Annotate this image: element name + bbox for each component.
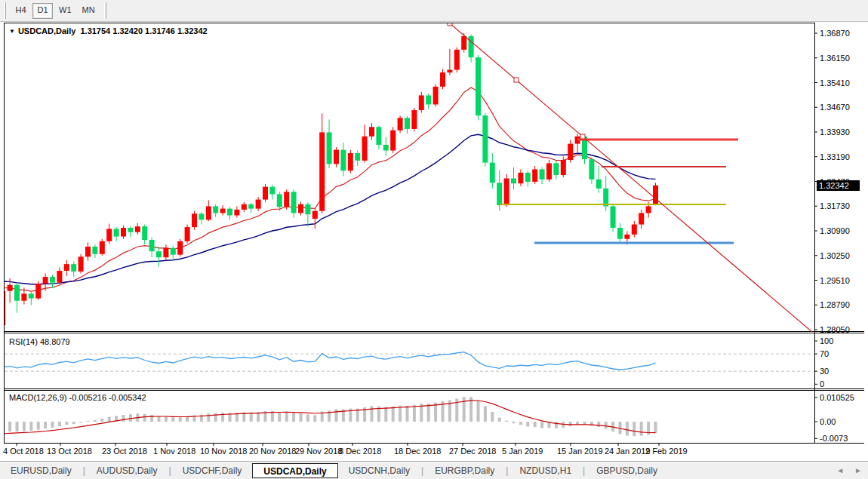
- macd-histogram-bar: [463, 397, 466, 422]
- date-axis-label: 8 Dec 2018: [339, 447, 381, 456]
- candle-body: [561, 160, 566, 175]
- macd-histogram-bar: [72, 422, 75, 424]
- candle-body: [461, 36, 466, 50]
- candle-body: [135, 226, 140, 232]
- macd-histogram-bar: [512, 422, 516, 423]
- chart-tab-usdcnh[interactable]: USDCNH,Daily: [338, 463, 420, 478]
- candle-body: [248, 204, 254, 209]
- macd-histogram-bar: [158, 416, 161, 422]
- date-axis-label: 2 Feb 2019: [645, 447, 688, 456]
- macd-histogram-bar: [65, 422, 68, 425]
- rsi-panel[interactable]: [3, 352, 814, 371]
- macd-histogram-bar: [94, 420, 97, 422]
- price-axis-label: 1.36150: [820, 54, 850, 63]
- macd-histogram-bar: [427, 404, 430, 422]
- tab-scroll-right-icon[interactable]: ►: [854, 466, 862, 474]
- candle-body: [639, 213, 644, 224]
- price-axis-label: 1.28050: [820, 325, 850, 334]
- macd-histogram-bar: [16, 422, 19, 431]
- candle-body: [340, 150, 346, 171]
- mt4-terminal: H4D1W1MN ▼USDCAD,Daily 1.31754 1.32420 1…: [0, 0, 868, 479]
- trendline-handle[interactable]: [448, 21, 452, 26]
- candle-body: [85, 247, 91, 256]
- candle-body: [334, 150, 339, 164]
- candle-body: [8, 285, 13, 291]
- macd-axis-label: 0.010525: [820, 393, 854, 402]
- price-axis-label: 1.29510: [820, 276, 850, 285]
- macd-histogram-bar: [633, 422, 636, 436]
- chart-tab-gbpusd[interactable]: GBPUSD,Daily: [586, 463, 668, 478]
- candle-body: [355, 153, 360, 161]
- rsi-axis-label: 100: [820, 336, 833, 345]
- candle-body: [114, 229, 119, 236]
- candle-body: [269, 187, 275, 195]
- candle-body: [504, 178, 509, 205]
- macd-histogram-bar: [335, 409, 338, 422]
- date-axis-label: 27 Dec 2018: [449, 447, 496, 456]
- candle-body: [440, 72, 445, 87]
- chart-tab-audusd[interactable]: AUDUSD,Daily: [86, 463, 168, 478]
- macd-histogram-bar: [605, 422, 608, 429]
- candle-body: [0, 291, 5, 325]
- chart-tab-eurusd[interactable]: EURUSD,Daily: [0, 463, 82, 478]
- macd-histogram-bar: [399, 406, 402, 422]
- candle-body: [106, 229, 112, 241]
- macd-histogram-bar: [87, 421, 90, 422]
- macd-histogram-bar: [171, 417, 174, 422]
- candle-body: [568, 144, 573, 160]
- candle-body: [482, 115, 488, 162]
- candle-body: [298, 204, 303, 213]
- macd-histogram-bar: [392, 407, 395, 422]
- candle-body: [611, 206, 616, 228]
- macd-histogram-bar: [51, 422, 54, 428]
- chart-tab-usdcad[interactable]: USDCAD,Daily: [252, 463, 337, 478]
- chart-tab-eurgbp[interactable]: EURGBP,Daily: [424, 463, 505, 478]
- date-axis-label: 29 Nov 2018: [295, 447, 342, 456]
- candle-body: [64, 264, 69, 271]
- date-axis-label: 13 Oct 2018: [47, 447, 92, 456]
- candle-body: [646, 206, 651, 213]
- candle-body: [227, 209, 232, 216]
- macd-panel[interactable]: [2, 397, 657, 436]
- candle-body: [596, 180, 602, 189]
- rsi-line: [3, 352, 656, 370]
- macd-histogram-bar: [406, 406, 409, 422]
- candle-body: [206, 206, 211, 220]
- macd-histogram-bar: [8, 422, 11, 431]
- candle-body: [348, 153, 353, 170]
- chart-title: ▼USDCAD,Daily 1.31754 1.32420 1.31746 1.…: [9, 26, 208, 35]
- candle-body: [447, 70, 452, 73]
- symbol-dropdown-icon[interactable]: ▼: [9, 28, 15, 35]
- macd-histogram-bar: [179, 417, 182, 422]
- candle-body: [71, 264, 76, 272]
- candle-body: [305, 204, 310, 214]
- macd-histogram-bar: [79, 422, 82, 422]
- candle-body: [14, 285, 20, 301]
- price-panel[interactable]: [0, 21, 823, 341]
- macd-histogram-bar: [484, 406, 487, 422]
- tab-scroll-left-icon[interactable]: ◄: [836, 466, 844, 474]
- trendline-handle[interactable]: [580, 134, 585, 139]
- macd-histogram-bar: [534, 422, 537, 427]
- candle-body: [383, 145, 389, 151]
- trendline-handle[interactable]: [514, 78, 519, 82]
- candle-body: [142, 226, 147, 240]
- candle-body: [553, 163, 559, 175]
- macd-histogram-bar: [150, 415, 153, 422]
- macd-histogram-bar: [654, 422, 657, 433]
- candle-body: [369, 127, 374, 136]
- candle-body: [149, 240, 155, 251]
- candle-body: [29, 293, 34, 298]
- candle-body: [277, 194, 282, 207]
- rsi-indicator-label: RSI(14) 48.8079: [9, 337, 70, 346]
- main-chart-canvas[interactable]: [0, 0, 868, 479]
- macd-histogram-bar: [477, 401, 480, 422]
- macd-histogram-bar: [597, 422, 600, 427]
- chart-tab-nzdusd[interactable]: NZDUSD,H1: [509, 463, 582, 478]
- chart-tab-usdchf[interactable]: USDCHF,Daily: [172, 463, 253, 478]
- chart-ohlc-values: 1.31754 1.32420 1.31746 1.32342: [80, 26, 207, 35]
- candle-body: [213, 206, 218, 213]
- macd-histogram-bar: [278, 412, 281, 422]
- macd-histogram-bar: [214, 413, 217, 422]
- macd-axis-label: 0.00: [820, 417, 836, 426]
